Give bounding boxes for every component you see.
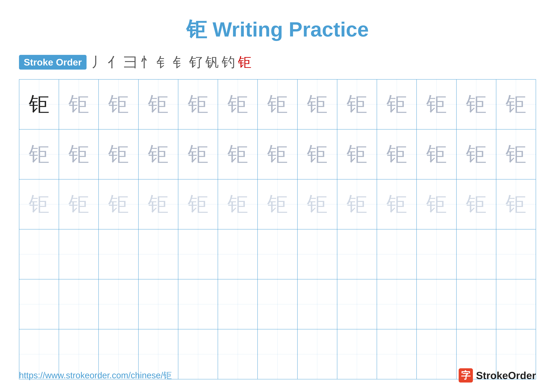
grid-cell-empty[interactable]: [19, 279, 59, 329]
grid-cell: 钜: [218, 129, 258, 179]
char-light: 钜: [148, 190, 168, 218]
char-medium: 钜: [188, 90, 208, 118]
grid-cell-empty[interactable]: [337, 279, 377, 329]
grid-cell-empty[interactable]: [99, 279, 139, 329]
grid-cell-empty[interactable]: [178, 229, 218, 279]
grid-cell-empty[interactable]: [258, 229, 297, 279]
practice-grid: 钜 钜 钜 钜 钜 钜 钜 钜 钜 钜 钜 钜 钜 钜 钜 钜 钜 钜 钜 钜 …: [19, 79, 536, 379]
char-light: 钜: [108, 190, 129, 218]
grid-cell: 钜: [337, 79, 377, 129]
char-medium: 钜: [307, 140, 328, 168]
stroke-order-badge: Stroke Order: [19, 55, 87, 70]
char-light: 钜: [267, 190, 288, 218]
grid-cell-empty[interactable]: [298, 229, 337, 279]
char-medium: 钜: [148, 90, 168, 118]
char-medium: 钜: [108, 140, 129, 168]
grid-cell-empty[interactable]: [218, 279, 258, 329]
grid-cell: 钜: [139, 129, 178, 179]
grid-cell-empty[interactable]: [59, 229, 99, 279]
grid-cell: 钜: [337, 179, 377, 229]
char-medium: 钜: [267, 90, 288, 118]
char-medium: 钜: [307, 90, 328, 118]
logo-text: StrokeOrder: [476, 370, 536, 381]
grid-cell-empty[interactable]: [139, 229, 178, 279]
grid-cell: 钜: [59, 129, 99, 179]
grid-cell: 钜: [218, 179, 258, 229]
grid-cell-empty[interactable]: [218, 229, 258, 279]
char-medium: 钜: [387, 140, 407, 168]
char-light: 钜: [347, 190, 367, 218]
grid-cell-empty[interactable]: [298, 279, 337, 329]
grid-cell-empty[interactable]: [417, 229, 456, 279]
stroke-sequence: 丿 亻 ⺕ ⺖ 钅 钅 钌 钒 钓 钜: [91, 53, 251, 71]
grid-row-5: [19, 279, 536, 329]
grid-cell-empty[interactable]: [377, 279, 417, 329]
char-medium: 钜: [347, 90, 367, 118]
char-medium: 钜: [68, 140, 89, 168]
stroke-3: ⺕: [124, 53, 137, 71]
char-light: 钜: [506, 190, 526, 218]
grid-cell: 钜: [59, 179, 99, 229]
grid-cell: 钜: [139, 179, 178, 229]
grid-row-2: 钜 钜 钜 钜 钜 钜 钜 钜 钜 钜 钜 钜 钜: [19, 129, 536, 179]
char-light: 钜: [466, 190, 487, 218]
grid-cell: 钜: [139, 79, 178, 129]
char-light: 钜: [188, 190, 208, 218]
grid-cell: 钜: [496, 179, 536, 229]
grid-cell-empty[interactable]: [19, 229, 59, 279]
grid-cell-empty[interactable]: [139, 279, 178, 329]
grid-cell: 钜: [178, 129, 218, 179]
grid-cell: 钜: [417, 79, 456, 129]
grid-cell-empty[interactable]: [377, 229, 417, 279]
grid-cell-empty[interactable]: [457, 229, 496, 279]
grid-cell: 钜: [178, 79, 218, 129]
stroke-order-row: Stroke Order 丿 亻 ⺕ ⺖ 钅 钅 钌 钒 钓 钜: [19, 53, 536, 71]
grid-row-3: 钜 钜 钜 钜 钜 钜 钜 钜 钜 钜 钜 钜 钜: [19, 179, 536, 229]
char-medium: 钜: [387, 90, 407, 118]
stroke-1: 丿: [91, 53, 105, 71]
char-medium: 钜: [506, 90, 526, 118]
char-medium: 钜: [506, 140, 526, 168]
grid-cell: 钜: [417, 129, 456, 179]
grid-cell: 钜: [377, 129, 417, 179]
grid-cell-empty[interactable]: [417, 279, 456, 329]
grid-cell: 钜: [258, 79, 297, 129]
grid-cell: 钜: [298, 179, 337, 229]
grid-cell: 钜: [99, 179, 139, 229]
grid-cell: 钜: [457, 79, 496, 129]
grid-cell: 钜: [19, 129, 59, 179]
grid-cell: 钜: [496, 129, 536, 179]
grid-cell-empty[interactable]: [258, 279, 297, 329]
page: 钜 Writing Practice Stroke Order 丿 亻 ⺕ ⺖ …: [0, 0, 555, 392]
char-medium: 钜: [148, 140, 168, 168]
char-medium: 钜: [227, 140, 248, 168]
char-medium: 钜: [426, 140, 447, 168]
char-medium: 钜: [108, 90, 129, 118]
char-medium: 钜: [466, 90, 487, 118]
grid-cell: 钜: [258, 179, 297, 229]
footer-url: https://www.strokeorder.com/chinese/钜: [19, 370, 172, 381]
char-medium: 钜: [267, 140, 288, 168]
grid-cell-empty[interactable]: [337, 229, 377, 279]
grid-cell-empty[interactable]: [99, 229, 139, 279]
grid-cell-empty[interactable]: [457, 279, 496, 329]
grid-row-4: [19, 229, 536, 279]
grid-row-1: 钜 钜 钜 钜 钜 钜 钜 钜 钜 钜 钜 钜 钜: [19, 79, 536, 129]
grid-cell: 钜: [19, 79, 59, 129]
grid-cell-empty[interactable]: [178, 279, 218, 329]
footer: https://www.strokeorder.com/chinese/钜 字 …: [19, 368, 536, 383]
grid-cell-empty[interactable]: [496, 229, 536, 279]
char-light: 钜: [68, 190, 89, 218]
char-medium: 钜: [188, 140, 208, 168]
char-medium: 钜: [347, 140, 367, 168]
grid-cell-empty[interactable]: [59, 279, 99, 329]
grid-cell: 钜: [99, 129, 139, 179]
grid-cell: 钜: [298, 129, 337, 179]
grid-cell-empty[interactable]: [496, 279, 536, 329]
stroke-4: ⺖: [140, 53, 154, 71]
char-light: 钜: [426, 190, 447, 218]
stroke-10: 钜: [238, 53, 251, 71]
stroke-8: 钒: [205, 53, 219, 71]
char-dark: 钜: [29, 90, 49, 118]
footer-logo: 字 StrokeOrder: [459, 368, 536, 383]
